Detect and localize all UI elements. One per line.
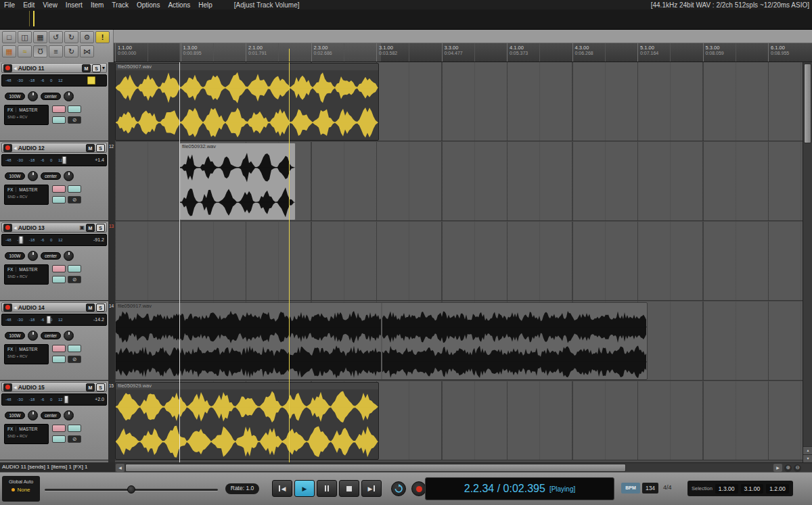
pause-button[interactable] [317,480,337,497]
menu-insert[interactable]: Insert [62,1,87,9]
fader-thumb[interactable] [18,236,23,244]
fx-button[interactable] [52,185,66,193]
menu-track[interactable]: Track [108,1,133,9]
playrate-slider-thumb[interactable] [127,485,135,494]
track-name[interactable]: AUDIO 14 [18,304,85,311]
width-knob[interactable] [28,251,38,261]
fader-thumb[interactable] [62,156,67,164]
mute-button[interactable]: M [82,64,91,72]
fader-thumb[interactable] [87,76,95,85]
track-lane-audio-14[interactable]: file050917.wav [115,302,803,381]
pan-knob[interactable] [64,331,74,341]
go-to-start-button[interactable]: ◀ [272,480,292,497]
vertical-scrollbar[interactable]: ▴ ▾ [803,62,812,462]
bpm-value[interactable]: 134 [642,483,658,494]
scroll-left-arrow[interactable]: ◀ [116,464,125,472]
media-item[interactable]: file050907.wav [115,63,379,141]
save-project-button[interactable]: ▦ [33,31,47,43]
pan-button[interactable]: center [41,93,61,100]
volume-fader[interactable]: -48 -30 -18 -6 0 12+2.0 [1,393,107,406]
fx-button[interactable] [52,345,66,352]
envelope-button[interactable]: ≈ [18,45,32,57]
track-name[interactable]: AUDIO 11 [18,65,81,72]
record-button[interactable] [411,481,426,496]
track-lane-audio-15[interactable]: file050929.wav [115,381,803,460]
width-knob[interactable] [28,91,38,101]
crossfade-button[interactable]: ⋈ [80,45,94,57]
width-knob[interactable] [28,171,38,181]
envelope-button[interactable] [68,345,81,352]
phase-button[interactable]: ⊘ [68,116,81,124]
pan-button[interactable]: center [41,172,61,180]
play-button[interactable]: ▶ [294,480,315,497]
fx-button[interactable] [52,425,66,432]
grid-snap-button[interactable]: ▦ [2,45,16,57]
phase-button[interactable]: ⊘ [68,196,81,203]
scroll-right-arrow[interactable]: ▶ [773,464,782,472]
track-lane-audio-11[interactable]: file050907.wav [115,62,803,141]
fx-button[interactable] [52,105,66,113]
time-signature[interactable]: 4/4 [663,484,672,491]
global-automation-button[interactable]: Global Auto None [2,476,40,502]
playrate-slider[interactable] [45,485,218,494]
io-button[interactable] [52,435,66,443]
menu-actions[interactable]: Actions [164,1,194,9]
record-arm-button[interactable] [3,224,12,232]
media-item[interactable]: file050917.wav [115,302,648,380]
envelope-button[interactable] [68,265,81,272]
track-name[interactable]: AUDIO 13 [18,224,78,231]
track-dropdown-icon[interactable]: ▾ [102,65,105,71]
solo-button[interactable]: S [96,144,105,152]
track-name[interactable]: AUDIO 12 [18,145,85,151]
pan-knob[interactable] [64,251,74,261]
undo-button[interactable]: ↺ [49,31,63,43]
pan-button[interactable]: center [41,412,61,419]
width-button[interactable]: 100W [5,412,25,419]
io-button[interactable] [52,356,66,363]
pan-button[interactable]: center [41,332,61,339]
record-arm-button[interactable] [3,64,12,72]
folder-icon[interactable]: ▣ [79,224,85,231]
horizontal-scroll-thumb[interactable] [125,464,626,472]
phase-button[interactable]: ⊘ [68,276,81,283]
pan-button[interactable]: center [41,252,61,260]
media-item[interactable]: file050932.wav [179,143,296,220]
menu-item[interactable]: Item [87,1,108,9]
width-knob[interactable] [28,410,38,420]
project-navigator[interactable] [0,9,812,30]
selection-end[interactable]: 3.1.00 [741,484,764,494]
repeat-button[interactable] [391,481,406,496]
bpm-button[interactable]: BPM [621,483,640,494]
volume-fader[interactable]: -48 -30 -18 -6 0 12-14.2 [1,314,107,326]
io-button[interactable] [52,276,66,283]
zoom-out-button[interactable]: ⊖ [794,464,801,472]
solo-button[interactable]: S [96,304,105,312]
zoom-out-vertical-button[interactable]: ▾ [803,454,812,462]
width-button[interactable]: 100W [5,93,25,100]
playrate-display[interactable]: Rate: 1.0 [225,483,259,494]
record-arm-button[interactable] [3,144,12,152]
track-name[interactable]: AUDIO 15 [18,384,85,391]
ripple-edit-button[interactable]: ≡ [49,45,63,57]
routing-box[interactable]: FXMASTERSND + RCV [4,424,49,444]
mute-button[interactable]: M [86,144,95,152]
envelope-button[interactable] [68,105,81,113]
mute-button[interactable]: M [86,304,95,312]
new-project-button[interactable]: □ [2,31,16,43]
record-arm-button[interactable] [3,383,12,391]
volume-fader[interactable]: -48 -30 -18 -6 0 12-91.2 [1,234,107,246]
envelope-button[interactable] [68,425,81,432]
routing-box[interactable]: FXMASTERSND + RCV [4,105,49,125]
selection-start[interactable]: 1.3.00 [715,484,738,494]
menu-help[interactable]: Help [194,1,217,9]
zoom-in-vertical-button[interactable]: ▴ [803,446,812,454]
phase-button[interactable]: ⊘ [68,435,81,443]
record-arm-button[interactable] [3,304,12,312]
menu-edit[interactable]: Edit [19,1,39,9]
horizontal-scrollbar[interactable]: ◀ ▶ ⊕ ⊖ [115,462,812,472]
menu-options[interactable]: Options [133,1,164,9]
solo-button[interactable]: S [96,224,105,232]
width-knob[interactable] [28,331,38,341]
menu-view[interactable]: View [39,1,62,9]
redo-button[interactable]: ↻ [64,31,78,43]
